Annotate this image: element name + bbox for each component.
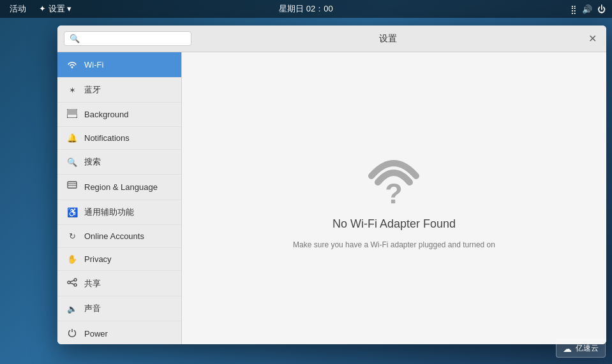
- svg-point-6: [68, 281, 70, 284]
- power-sidebar-icon: [66, 328, 78, 340]
- watermark-icon: ☁: [563, 344, 572, 354]
- svg-line-8: [70, 280, 74, 282]
- sidebar-item-bluetooth[interactable]: ✶ 蓝牙: [57, 78, 181, 103]
- watermark-label: 亿速云: [576, 343, 599, 354]
- svg-rect-2: [68, 182, 77, 188]
- notifications-label: Notifications: [84, 133, 130, 143]
- settings-window: 🔍 设置 ✕ Wi-Fi ✶ 蓝牙: [57, 25, 606, 344]
- bluetooth-icon: ✶: [66, 85, 78, 95]
- search-label: 搜索: [84, 156, 101, 168]
- sidebar: Wi-Fi ✶ 蓝牙 Background 🔔 Notifications: [57, 52, 182, 344]
- window-body: Wi-Fi ✶ 蓝牙 Background 🔔 Notifications: [57, 52, 606, 344]
- svg-point-5: [74, 279, 77, 281]
- background-icon: [66, 109, 78, 120]
- sharing-label: 共享: [84, 278, 101, 289]
- svg-text:?: ?: [385, 177, 403, 208]
- accessibility-icon: ♿: [66, 207, 78, 217]
- sidebar-item-sharing[interactable]: 共享: [57, 271, 181, 296]
- settings-menu-label: ✦ 设置: [39, 4, 65, 13]
- wifi-icon: [66, 59, 78, 71]
- activities-button[interactable]: 活动: [6, 2, 29, 16]
- taskbar-clock: 星期日 02：00: [279, 3, 333, 15]
- search-box[interactable]: 🔍: [64, 31, 191, 46]
- sidebar-item-search[interactable]: 🔍 搜索: [57, 150, 181, 175]
- svg-line-9: [70, 283, 74, 284]
- background-label: Background: [84, 110, 128, 119]
- taskbar-left: 活动 ✦ 设置 ▾: [6, 2, 75, 16]
- sharing-icon: [66, 277, 78, 289]
- privacy-icon: ✋: [66, 254, 78, 264]
- taskbar: 活动 ✦ 设置 ▾ 星期日 02：00 ⣿ 🔊 ⏻: [0, 0, 612, 18]
- svg-rect-1: [67, 109, 77, 115]
- accessibility-label: 通用辅助功能: [84, 207, 134, 218]
- sidebar-item-notifications[interactable]: 🔔 Notifications: [57, 127, 181, 150]
- window-title: 设置: [191, 33, 585, 45]
- sound-label: 声音: [84, 303, 101, 314]
- settings-menu-button[interactable]: ✦ 设置 ▾: [36, 2, 75, 16]
- bluetooth-label: 蓝牙: [84, 84, 101, 96]
- no-wifi-icon: ?: [359, 147, 429, 208]
- sidebar-item-privacy[interactable]: ✋ Privacy: [57, 248, 181, 271]
- sidebar-item-region[interactable]: Region & Language: [57, 175, 181, 200]
- sidebar-item-accessibility[interactable]: ♿ 通用辅助功能: [57, 200, 181, 225]
- search-input[interactable]: [83, 34, 186, 43]
- sound-sidebar-icon: 🔈: [66, 304, 78, 314]
- close-button[interactable]: ✕: [585, 31, 600, 47]
- online-accounts-icon: ↻: [66, 231, 78, 241]
- network-icon[interactable]: ⣿: [571, 4, 577, 14]
- no-wifi-title: No Wi-Fi Adapter Found: [332, 217, 456, 231]
- online-accounts-label: Online Accounts: [84, 231, 144, 241]
- region-icon: [66, 181, 78, 193]
- svg-point-7: [74, 284, 77, 286]
- region-label: Region & Language: [84, 182, 158, 192]
- sidebar-item-background[interactable]: Background: [57, 103, 181, 127]
- search-sidebar-icon: 🔍: [66, 157, 78, 167]
- settings-menu-arrow: ▾: [67, 4, 71, 13]
- notifications-icon: 🔔: [66, 133, 78, 143]
- sidebar-item-sound[interactable]: 🔈 声音: [57, 296, 181, 321]
- power-label: Power: [84, 329, 108, 339]
- watermark: ☁ 亿速云: [556, 339, 606, 358]
- wifi-label: Wi-Fi: [84, 60, 103, 69]
- sound-icon[interactable]: 🔊: [582, 4, 592, 14]
- sidebar-item-wifi[interactable]: Wi-Fi: [57, 52, 181, 78]
- taskbar-right: ⣿ 🔊 ⏻: [571, 4, 606, 14]
- no-wifi-subtitle: Make sure you have a Wi-Fi adapter plugg…: [293, 240, 495, 249]
- main-content: ? No Wi-Fi Adapter Found Make sure you h…: [182, 52, 606, 344]
- search-icon: 🔍: [70, 34, 80, 43]
- power-icon[interactable]: ⏻: [597, 4, 606, 14]
- window-header: 🔍 设置 ✕: [57, 25, 606, 52]
- sidebar-item-online-accounts[interactable]: ↻ Online Accounts: [57, 225, 181, 248]
- no-wifi-container: ? No Wi-Fi Adapter Found Make sure you h…: [293, 147, 495, 249]
- sidebar-item-power[interactable]: Power: [57, 321, 181, 344]
- privacy-label: Privacy: [84, 254, 112, 264]
